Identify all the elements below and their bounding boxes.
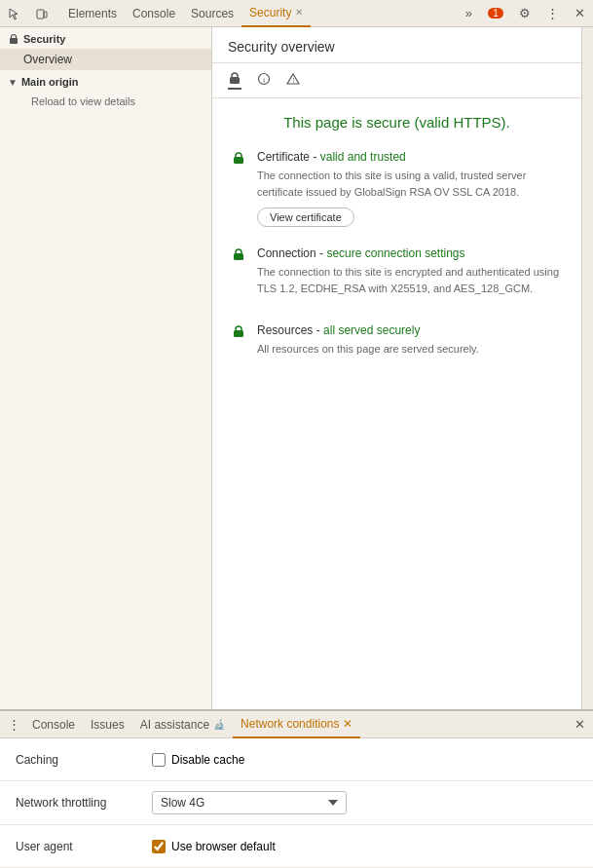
bottom-tab-bar: ⋮ Console Issues AI assistance 🔬 Network… — [0, 711, 593, 738]
lock-tab-icon[interactable] — [228, 71, 241, 90]
top-tab-bar: Elements Console Sources Security ✕ » 1 … — [0, 0, 593, 27]
svg-rect-2 — [10, 38, 18, 44]
ai-icon: 🔬 — [213, 719, 225, 730]
tab-security[interactable]: Security ✕ — [241, 0, 311, 27]
warning-tab-icon[interactable]: ! — [286, 72, 300, 89]
security-overview-title: Security overview — [212, 27, 581, 63]
svg-rect-3 — [230, 77, 240, 84]
tab-elements[interactable]: Elements — [60, 0, 125, 27]
lock-sidebar-icon — [8, 33, 19, 45]
svg-rect-8 — [234, 253, 243, 260]
resources-content: Resources - all served securely All reso… — [257, 323, 479, 365]
bottom-tab-network-conditions[interactable]: Network conditions ✕ — [233, 711, 360, 738]
sidebar-item-overview[interactable]: Overview — [0, 49, 211, 70]
caching-control: Disable cache — [152, 753, 577, 767]
view-certificate-button[interactable]: View certificate — [257, 208, 354, 227]
res-lock-icon — [232, 324, 245, 365]
throttling-select[interactable]: No throttling Fast 3G Slow 3G Slow 4G Of… — [152, 791, 347, 814]
throttling-row: Network throttling No throttling Fast 3G… — [0, 781, 593, 825]
settings-icon[interactable]: ⚙ — [515, 4, 535, 22]
notification-badge-button[interactable]: 1 — [484, 6, 507, 20]
more-tabs-button[interactable]: » — [462, 4, 476, 22]
svg-rect-9 — [234, 330, 243, 337]
bottom-panel-close-button[interactable]: ✕ — [571, 715, 589, 734]
svg-rect-7 — [234, 157, 243, 164]
connection-title: Connection - secure connection settings — [257, 246, 562, 260]
secure-status-title: This page is secure (valid HTTPS). — [232, 114, 562, 131]
bottom-panel-menu-icon[interactable]: ⋮ — [4, 715, 24, 734]
resources-desc: All resources on this page are served se… — [257, 341, 479, 358]
devtools-mode-icons — [4, 5, 53, 22]
sidebar-main-origin: ▼ Main origin — [0, 70, 211, 92]
sidebar-item-reload[interactable]: Reload to view details — [0, 92, 211, 111]
content-panel: Security overview i ! — [212, 27, 581, 709]
resources-title: Resources - all served securely — [257, 323, 479, 337]
user-agent-row: User agent Use browser default — [0, 825, 593, 868]
cert-lock-icon — [232, 151, 245, 227]
bottom-tab-issues[interactable]: Issues — [83, 711, 132, 738]
cursor-icon[interactable] — [4, 5, 25, 22]
tab-bar-right: » 1 ⚙ ⋮ ✕ — [462, 4, 589, 22]
certificate-title: Certificate - valid and trusted — [257, 150, 562, 164]
caching-row: Caching Disable cache — [0, 738, 593, 781]
more-vert-icon[interactable]: ⋮ — [542, 4, 563, 22]
tab-security-close[interactable]: ✕ — [295, 7, 303, 18]
network-conditions-tab-close[interactable]: ✕ — [343, 717, 352, 731]
disable-cache-checkbox[interactable] — [152, 753, 166, 767]
svg-rect-1 — [44, 12, 47, 18]
svg-text:i: i — [263, 76, 265, 85]
user-agent-control: Use browser default — [152, 840, 577, 853]
user-agent-label: User agent — [16, 840, 152, 853]
svg-text:!: ! — [292, 77, 294, 84]
devtools-main: Security Overview ▼ Main origin Reload t… — [0, 27, 593, 709]
tab-sources[interactable]: Sources — [183, 0, 241, 27]
connection-section: Connection - secure connection settings … — [232, 246, 562, 304]
info-tab-icon[interactable]: i — [257, 72, 271, 89]
throttling-control: No throttling Fast 3G Slow 3G Slow 4G Of… — [152, 791, 577, 814]
bottom-panel: ⋮ Console Issues AI assistance 🔬 Network… — [0, 709, 593, 868]
certificate-content: Certificate - valid and trusted The conn… — [257, 150, 562, 227]
security-icons-row: i ! — [212, 63, 581, 98]
network-conditions-panel: Caching Disable cache Network throttling… — [0, 738, 593, 868]
use-browser-default-checkbox-label[interactable]: Use browser default — [152, 840, 276, 853]
sidebar: Security Overview ▼ Main origin Reload t… — [0, 27, 212, 709]
caching-label: Caching — [16, 753, 152, 767]
connection-content: Connection - secure connection settings … — [257, 246, 562, 304]
certificate-section: Certificate - valid and trusted The conn… — [232, 150, 562, 227]
close-devtools-button[interactable]: ✕ — [571, 4, 589, 22]
tab-console[interactable]: Console — [125, 0, 183, 27]
connection-desc: The connection to this site is encrypted… — [257, 264, 562, 296]
bottom-tab-console[interactable]: Console — [24, 711, 83, 738]
resources-section: Resources - all served securely All reso… — [232, 323, 562, 365]
scrollbar-track[interactable] — [581, 27, 593, 709]
disable-cache-checkbox-label[interactable]: Disable cache — [152, 753, 244, 767]
use-browser-default-checkbox[interactable] — [152, 840, 166, 853]
bottom-tab-ai-assistance[interactable]: AI assistance 🔬 — [132, 711, 233, 738]
security-body: This page is secure (valid HTTPS). Certi… — [212, 98, 581, 400]
svg-rect-0 — [37, 10, 44, 19]
conn-lock-icon — [232, 247, 245, 304]
throttling-label: Network throttling — [16, 796, 152, 810]
certificate-desc: The connection to this site is using a v… — [257, 168, 562, 200]
device-icon[interactable] — [31, 5, 53, 22]
sidebar-section-title: Security — [0, 27, 211, 49]
